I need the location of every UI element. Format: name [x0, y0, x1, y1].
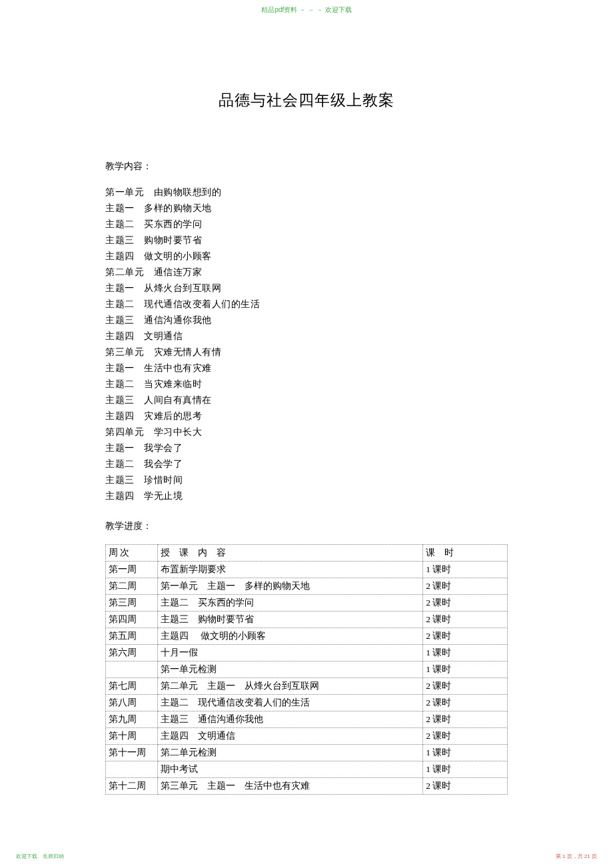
table-row: 期中考试 1 课时 — [106, 761, 508, 778]
table-row: 第九周 主题三 通信沟通你我他 2 课时 — [106, 711, 508, 728]
content-outline: 第一单元 由购物联想到的 主题一 多样的购物天地 主题二 买东西的学问 主题三 … — [105, 185, 508, 504]
cell-week: 第一周 — [106, 562, 158, 578]
cell-content: 主题二 现代通信改变着人们的生活 — [158, 695, 423, 711]
table-header-row: 周 次 授 课 内 容 课 时 — [106, 545, 508, 562]
cell-time: 2 课时 — [423, 695, 508, 711]
cell-week: 第六周 — [106, 645, 158, 661]
document-title: 品德与社会四年级上教案 — [105, 90, 508, 111]
cell-time: 1 课时 — [423, 661, 508, 678]
cell-time: 2 课时 — [423, 678, 508, 695]
table-row: 第七周 第二单元 主题一 从烽火台到互联网 2 课时 — [106, 678, 508, 695]
table-row: 第三周 主题二 买东西的学问 2 课时 — [106, 595, 508, 612]
teaching-schedule-heading: 教学进度： — [105, 520, 508, 532]
cell-content: 十月一假 — [158, 645, 423, 661]
outline-line: 主题四 灾难后的思考 — [105, 408, 508, 424]
cell-week: 第四周 — [106, 612, 158, 628]
table-row: 第一单元检测 1 课时 — [106, 661, 508, 678]
cell-content: 第一单元检测 — [158, 661, 423, 678]
schedule-table: 周 次 授 课 内 容 课 时 第一周 布置新学期要求 1 课时 第二周 第一单… — [105, 544, 508, 795]
outline-line: 主题二 我会学了 — [105, 456, 508, 472]
cell-time: 2 课时 — [423, 595, 508, 612]
table-row: 第十周 主题四 文明通信 2 课时 — [106, 728, 508, 745]
outline-line: 主题四 文明通信 — [105, 328, 508, 344]
table-row: 第十一周 第二单元检测 1 课时 — [106, 745, 508, 761]
outline-line: 主题一 我学会了 — [105, 440, 508, 456]
footer-right-pagination: 第 1 页，共 21 页 — [556, 853, 597, 860]
outline-line: 主题四 做文明的小顾客 — [105, 248, 508, 264]
cell-time: 1 课时 — [423, 562, 508, 578]
table-row: 第四周 主题三 购物时要节省 2 课时 — [106, 612, 508, 628]
cell-content: 主题三 通信沟通你我他 — [158, 711, 423, 728]
cell-time: 1 课时 — [423, 645, 508, 661]
cell-week: 第五周 — [106, 628, 158, 645]
outline-line: 主题四 学无止境 — [105, 488, 508, 504]
outline-line: 主题一 多样的购物天地 — [105, 201, 508, 217]
cell-week: 第九周 — [106, 711, 158, 728]
cell-week — [106, 761, 158, 778]
cell-time: 2 课时 — [423, 628, 508, 645]
outline-line: 主题三 珍惜时间 — [105, 472, 508, 488]
outline-line: 主题一 从烽火台到互联网 — [105, 280, 508, 296]
footer-left-watermark: 欢迎下载 名师归纳 — [16, 853, 64, 860]
outline-line: 主题三 通信沟通你我他 — [105, 312, 508, 328]
cell-content: 主题二 买东西的学问 — [158, 595, 423, 612]
outline-line: 第一单元 由购物联想到的 — [105, 185, 508, 201]
outline-line: 主题一 生活中也有灾难 — [105, 360, 508, 376]
cell-week: 第三周 — [106, 595, 158, 612]
cell-week: 第七周 — [106, 678, 158, 695]
cell-week — [106, 661, 158, 678]
cell-content: 第二单元检测 — [158, 745, 423, 761]
table-row: 第一周 布置新学期要求 1 课时 — [106, 562, 508, 578]
outline-line: 主题二 现代通信改变着人们的生活 — [105, 296, 508, 312]
table-row: 第二周 第一单元 主题一 多样的购物天地 2 课时 — [106, 578, 508, 595]
cell-content: 主题四 做文明的小顾客 — [158, 628, 423, 645]
cell-time: 1 课时 — [423, 745, 508, 761]
cell-week: 第八周 — [106, 695, 158, 711]
cell-content: 第二单元 主题一 从烽火台到互联网 — [158, 678, 423, 695]
cell-week: 第十二周 — [106, 778, 158, 795]
outline-line: 第三单元 灾难无情人有情 — [105, 344, 508, 360]
cell-content: 布置新学期要求 — [158, 562, 423, 578]
table-row: 第五周 主题四 做文明的小顾客 2 课时 — [106, 628, 508, 645]
cell-time: 2 课时 — [423, 711, 508, 728]
table-row: 第八周 主题二 现代通信改变着人们的生活 2 课时 — [106, 695, 508, 711]
table-row: 第十二周 第三单元 主题一 生活中也有灾难 2 课时 — [106, 778, 508, 795]
cell-time: 2 课时 — [423, 778, 508, 795]
page-content: 品德与社会四年级上教案 教学内容： 第一单元 由购物联想到的 主题一 多样的购物… — [0, 0, 613, 795]
cell-week: 第十一周 — [106, 745, 158, 761]
cell-week: 第二周 — [106, 578, 158, 595]
table-row: 第六周 十月一假 1 课时 — [106, 645, 508, 661]
cell-time: 2 课时 — [423, 578, 508, 595]
cell-content: 期中考试 — [158, 761, 423, 778]
outline-line: 第二单元 通信连万家 — [105, 264, 508, 280]
outline-line: 第四单元 学习中长大 — [105, 424, 508, 440]
cell-content: 第一单元 主题一 多样的购物天地 — [158, 578, 423, 595]
top-watermark: 精品pdf资料 － － － 欢迎下载 — [261, 5, 351, 15]
cell-content: 第三单元 主题一 生活中也有灾难 — [158, 778, 423, 795]
cell-time: 2 课时 — [423, 612, 508, 628]
cell-content: 主题三 购物时要节省 — [158, 612, 423, 628]
outline-line: 主题三 购物时要节省 — [105, 232, 508, 248]
teaching-content-heading: 教学内容： — [105, 161, 508, 173]
header-week: 周 次 — [106, 545, 158, 562]
outline-line: 主题三 人间自有真情在 — [105, 392, 508, 408]
header-content: 授 课 内 容 — [158, 545, 423, 562]
outline-line: 主题二 买东西的学问 — [105, 217, 508, 232]
outline-line: 主题二 当灾难来临时 — [105, 376, 508, 392]
cell-content: 主题四 文明通信 — [158, 728, 423, 745]
cell-time: 1 课时 — [423, 761, 508, 778]
header-time: 课 时 — [423, 545, 508, 562]
cell-week: 第十周 — [106, 728, 158, 745]
cell-time: 2 课时 — [423, 728, 508, 745]
